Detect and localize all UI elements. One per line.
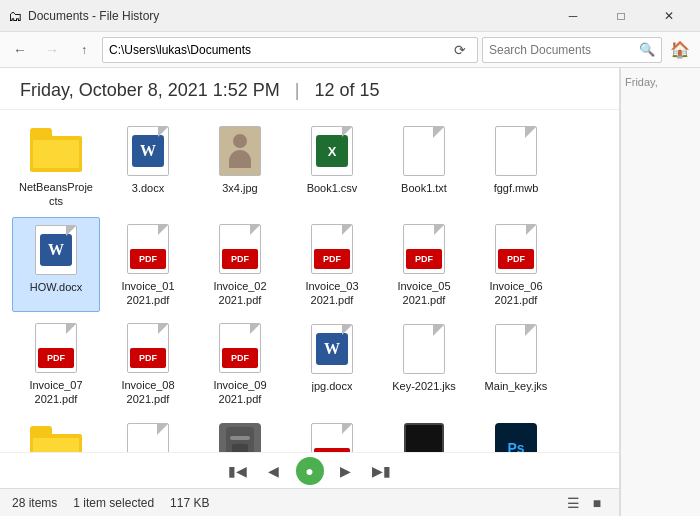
file-item[interactable]: Book1.txt	[380, 118, 468, 213]
file-item[interactable]: W jpg.docx	[288, 316, 376, 411]
file-item[interactable]: W 3.docx	[104, 118, 192, 213]
file-item[interactable]: X Book1.csv	[288, 118, 376, 213]
file-label: fggf.mwb	[494, 181, 539, 195]
search-icon[interactable]: 🔍	[639, 41, 655, 59]
file-label: NetBeansProjects	[17, 180, 95, 208]
app-icon: 🗂	[8, 8, 22, 24]
file-item[interactable]: PDF Invoice_02 2021.pdf	[196, 217, 284, 312]
home-button[interactable]: 🏠	[666, 36, 694, 64]
file-grid-container: NetBeansProjects W 3.docx3x4.jpg X Book1…	[0, 110, 619, 452]
main-area: Friday, October 8, 2021 1:52 PM | 12 of …	[0, 68, 700, 516]
file-item[interactable]: NetBeansProjects	[12, 118, 100, 213]
nav-arrows: ▮◀ ◀ ● ▶ ▶▮	[0, 452, 619, 488]
file-item[interactable]: PDF Invoice_03 2021.pdf	[288, 217, 376, 312]
file-item[interactable]: Key-2021.jks	[380, 316, 468, 411]
search-input[interactable]	[489, 43, 639, 57]
date-header: Friday, October 8, 2021 1:52 PM | 12 of …	[0, 68, 619, 110]
file-item[interactable]: PDF	[288, 415, 376, 452]
right-panel-date: Friday,	[625, 76, 696, 88]
file-item[interactable]	[380, 415, 468, 452]
list-view-icon[interactable]: ☰	[563, 493, 583, 513]
file-item[interactable]: PDF Invoice_05 2021.pdf	[380, 217, 468, 312]
file-item[interactable]	[196, 415, 284, 452]
file-grid: NetBeansProjects W 3.docx3x4.jpg X Book1…	[12, 118, 607, 452]
file-item[interactable]	[12, 415, 100, 452]
search-wrapper: 🔍	[482, 37, 662, 63]
file-label: Invoice_02 2021.pdf	[201, 279, 279, 307]
right-panel: Friday,	[620, 68, 700, 516]
file-item[interactable]: PDF Invoice_08 2021.pdf	[104, 316, 192, 411]
status-bar-icons: ☰ ■	[563, 493, 607, 513]
date-text: Friday, October 8, 2021 1:52 PM	[20, 80, 280, 100]
address-input[interactable]	[109, 43, 449, 57]
file-item[interactable]: Main_key.jks	[472, 316, 560, 411]
snapshot-count: 12 of 15	[315, 80, 380, 100]
title-bar: 🗂 Documents - File History ─ □ ✕	[0, 0, 700, 32]
left-panel: Friday, October 8, 2021 1:52 PM | 12 of …	[0, 68, 620, 516]
maximize-button[interactable]: □	[598, 0, 644, 32]
file-label: Invoice_07 2021.pdf	[17, 378, 95, 406]
file-label: Key-2021.jks	[392, 379, 456, 393]
forward-button[interactable]: →	[38, 36, 66, 64]
file-item[interactable]: Ps	[472, 415, 560, 452]
play-button[interactable]: ●	[296, 457, 324, 485]
file-label: Book1.txt	[401, 181, 447, 195]
file-size: 117 KB	[170, 496, 209, 510]
file-label: HOW.docx	[30, 280, 83, 294]
first-button[interactable]: ▮◀	[224, 457, 252, 485]
file-label: Invoice_03 2021.pdf	[293, 279, 371, 307]
grid-view-icon[interactable]: ■	[587, 493, 607, 513]
date-separator: |	[295, 80, 300, 100]
file-label: Invoice_01 2021.pdf	[109, 279, 187, 307]
selected-count: 1 item selected	[73, 496, 154, 510]
file-item[interactable]: 3x4.jpg	[196, 118, 284, 213]
file-label: jpg.docx	[312, 379, 353, 393]
file-label: Book1.csv	[307, 181, 358, 195]
refresh-button[interactable]: ⟳	[449, 39, 471, 61]
file-item[interactable]: fggf.mwb	[472, 118, 560, 213]
status-bar: 28 items 1 item selected 117 KB ☰ ■	[0, 488, 619, 516]
file-label: Invoice_08 2021.pdf	[109, 378, 187, 406]
prev-button[interactable]: ◀	[260, 457, 288, 485]
file-label: Invoice_06 2021.pdf	[477, 279, 555, 307]
address-bar: ← → ↑ ⟳ 🔍 🏠	[0, 32, 700, 68]
back-button[interactable]: ←	[6, 36, 34, 64]
file-item[interactable]: PDF Invoice_09 2021.pdf	[196, 316, 284, 411]
minimize-button[interactable]: ─	[550, 0, 596, 32]
file-label: Invoice_05 2021.pdf	[385, 279, 463, 307]
item-count: 28 items	[12, 496, 57, 510]
address-input-wrapper: ⟳	[102, 37, 478, 63]
file-item[interactable]: PDF Invoice_07 2021.pdf	[12, 316, 100, 411]
next-button[interactable]: ▶	[332, 457, 360, 485]
file-label: Invoice_09 2021.pdf	[201, 378, 279, 406]
file-item[interactable]: PDF Invoice_06 2021.pdf	[472, 217, 560, 312]
title-bar-text: Documents - File History	[28, 9, 550, 23]
up-button[interactable]: ↑	[70, 36, 98, 64]
file-label: 3.docx	[132, 181, 164, 195]
file-item[interactable]: W HOW.docx	[12, 217, 100, 312]
file-item[interactable]: PDF Invoice_01 2021.pdf	[104, 217, 192, 312]
close-button[interactable]: ✕	[646, 0, 692, 32]
file-label: Main_key.jks	[485, 379, 548, 393]
file-label: 3x4.jpg	[222, 181, 257, 195]
file-item[interactable]	[104, 415, 192, 452]
last-button[interactable]: ▶▮	[368, 457, 396, 485]
